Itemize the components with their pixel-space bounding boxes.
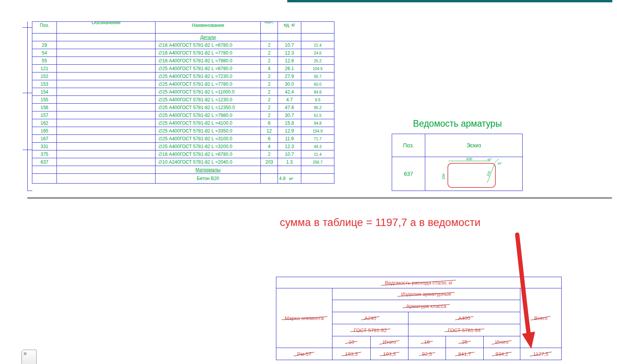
cell-name: ∅25 А400ГОСТ 5781-82 L =1230.0 bbox=[156, 96, 261, 104]
cell-total-mass: 61.5 bbox=[301, 111, 334, 119]
cell-total-mass: 9.5 bbox=[301, 96, 334, 104]
cell-pos: 54 bbox=[32, 49, 57, 57]
ui-fragment-glyph bbox=[24, 352, 27, 355]
steel-data-row: Рм-57 193,3 193,3 92,5 841,7 934,2 1127,… bbox=[276, 348, 562, 360]
cell-unit-mass: 15.8 bbox=[278, 119, 301, 127]
cell-total-mass: 84.8 bbox=[301, 88, 334, 96]
cell-qty: 4 bbox=[261, 143, 278, 150]
cell-total-mass: 21.4 bbox=[301, 41, 334, 49]
cell-name: ∅10 А240ГОСТ 5781-82 L =2040.0 bbox=[156, 158, 261, 166]
cell-name: ∅25 А400ГОСТ 5781-82 L =7230.0 bbox=[156, 72, 261, 80]
table-row: 152 ∅25 А400ГОСТ 5781-82 L =7230.0 2 27.… bbox=[32, 72, 334, 80]
cell-name: ∅25 А400ГОСТ 5781-82 L =3350.0 bbox=[156, 127, 261, 135]
steel-value-cell: 1127,5 bbox=[520, 348, 562, 360]
element-mark: Рм-57 bbox=[276, 348, 332, 360]
cell-pos: 155 bbox=[32, 96, 57, 104]
cell-total-mass: 94.8 bbox=[301, 119, 334, 127]
total-header: Всего bbox=[520, 288, 562, 348]
steel-group-row: Марка элемента Изделия арматурные Всего bbox=[276, 288, 562, 300]
cell-designation bbox=[57, 111, 156, 119]
rebar-row-sketch: 630 45° 45° 330 100 bbox=[425, 157, 523, 191]
spec-header-row: Поз. Обозначение Наименование Кол. масса… bbox=[32, 22, 334, 34]
cell-designation bbox=[57, 143, 156, 150]
header-pos: Поз. bbox=[32, 22, 57, 34]
cell-unit-mass: 12.6 bbox=[278, 57, 301, 65]
ui-fragment-button[interactable] bbox=[21, 350, 37, 364]
class-a240: А240 bbox=[332, 312, 408, 324]
cell-total-mass: 25.2 bbox=[301, 57, 334, 65]
cell-qty: 12 bbox=[261, 127, 278, 135]
cell-total-mass: 55.7 bbox=[301, 72, 334, 80]
cell-pos: 375 bbox=[32, 150, 57, 158]
cell-total-mass: 154.9 bbox=[301, 127, 334, 135]
class-header: Арматура класса bbox=[332, 300, 520, 312]
rebar-header-pos: Поз. bbox=[392, 134, 425, 157]
cell-pos: 153 bbox=[32, 80, 57, 88]
cell-designation bbox=[57, 57, 156, 65]
table-row: 154 ∅25 А400ГОСТ 5781-82 L =11000.0 2 42… bbox=[32, 88, 334, 96]
tick-mark bbox=[27, 191, 32, 191]
cell-name: ∅25 А400ГОСТ 5781-82 L =3100.0 bbox=[156, 135, 261, 143]
mark-header: Марка элемента bbox=[276, 288, 332, 348]
cell-pos: 55 bbox=[32, 57, 57, 65]
dim-630-label: 630 bbox=[466, 157, 472, 161]
table-row: 637 ∅10 А240ГОСТ 5781-82 L =2040.0 203 1… bbox=[32, 158, 334, 166]
cell-designation bbox=[57, 88, 156, 96]
diameter-col-header: 10 bbox=[332, 336, 371, 348]
cell-designation bbox=[57, 158, 156, 166]
table-row: 29 ∅16 А400ГОСТ 5781-82 L =6780.0 2 10.7… bbox=[32, 41, 334, 49]
cell-qty: 2 bbox=[261, 49, 278, 57]
cell-pos: 165 bbox=[32, 127, 57, 135]
cell-designation bbox=[57, 127, 156, 135]
diameter-col-header: 16 bbox=[408, 336, 446, 348]
rebar-header-sketch: Эскиз bbox=[425, 134, 523, 157]
specification-table: Поз. Обозначение Наименование Кол. масса… bbox=[32, 21, 334, 184]
cell-unit-mass: 42.4 bbox=[278, 88, 301, 96]
cell-designation bbox=[57, 49, 156, 57]
cell-qty: 2 bbox=[261, 72, 278, 80]
class-a400: А400 bbox=[408, 312, 520, 324]
cell-name: ∅16 А400ГОСТ 5781-82 L =7980.0 bbox=[156, 57, 261, 65]
steel-value-cell: 934,2 bbox=[484, 348, 520, 360]
header-mass: масса ед. кг bbox=[278, 22, 301, 34]
cell-designation bbox=[57, 135, 156, 143]
cell-total-mass: 256.7 bbox=[301, 158, 334, 166]
rebar-header-row: Поз. Эскиз bbox=[392, 134, 523, 157]
cell-unit-mass: 30.0 bbox=[278, 80, 301, 88]
table-row: 165 ∅25 А400ГОСТ 5781-82 L =3350.0 12 12… bbox=[32, 127, 334, 135]
cell-qty: 2 bbox=[261, 80, 278, 88]
gost-5781-82: ГОСТ 5781-82 bbox=[332, 324, 408, 336]
header-qty: Кол. bbox=[261, 22, 278, 34]
cell-name: ∅25 А400ГОСТ 5781-82 L =3200.0 bbox=[156, 143, 261, 150]
cell-unit-mass: 11.9 bbox=[278, 135, 301, 143]
table-row: 156 ∅25 А400ГОСТ 5781-82 L =12350.0 2 47… bbox=[32, 104, 334, 111]
separator-line bbox=[27, 198, 612, 198]
cell-designation bbox=[57, 65, 156, 72]
cell-qty: 2 bbox=[261, 57, 278, 65]
table-row: 155 ∅25 А400ГОСТ 5781-82 L =1230.0 2 4.7… bbox=[32, 96, 334, 104]
concrete-row: Бетон В20 4.8м³ bbox=[32, 174, 334, 184]
section-materials-row: Материалы bbox=[32, 166, 334, 174]
cell-designation bbox=[57, 80, 156, 88]
cell-total-mass: 49.3 bbox=[301, 143, 334, 150]
steel-value-cell: 841,7 bbox=[446, 348, 484, 360]
cell-pos: 154 bbox=[32, 88, 57, 96]
steel-title: Ведомость расхода стали, кг bbox=[276, 277, 562, 288]
rebar-schedule-title: Ведомость арматуры bbox=[392, 118, 523, 129]
group-header: Изделия арматурные bbox=[332, 288, 520, 300]
diameter-col-header: 25 bbox=[446, 336, 484, 348]
cell-name: ∅25 А400ГОСТ 5781-82 L =7780.0 bbox=[156, 80, 261, 88]
table-row: 157 ∅25 А400ГОСТ 5781-82 L =7980.0 2 30.… bbox=[32, 111, 334, 119]
cell-pos: 331 bbox=[32, 143, 57, 150]
cell-pos: 121 bbox=[32, 65, 57, 72]
cell-unit-mass: 12.3 bbox=[278, 143, 301, 150]
cell-total-mass: 71.7 bbox=[301, 135, 334, 143]
header-designation: Обозначение bbox=[57, 22, 156, 34]
cell-designation bbox=[57, 41, 156, 49]
table-row: 55 ∅16 А400ГОСТ 5781-82 L =7980.0 2 12.6… bbox=[32, 57, 334, 65]
header-name: Наименование bbox=[156, 22, 261, 34]
cell-unit-mass: 1.3 bbox=[278, 158, 301, 166]
annotation-text: сумма в таблице = 1197,7 а в ведомости bbox=[280, 217, 481, 229]
cell-qty: 2 bbox=[261, 88, 278, 96]
cell-pos: 156 bbox=[32, 104, 57, 111]
